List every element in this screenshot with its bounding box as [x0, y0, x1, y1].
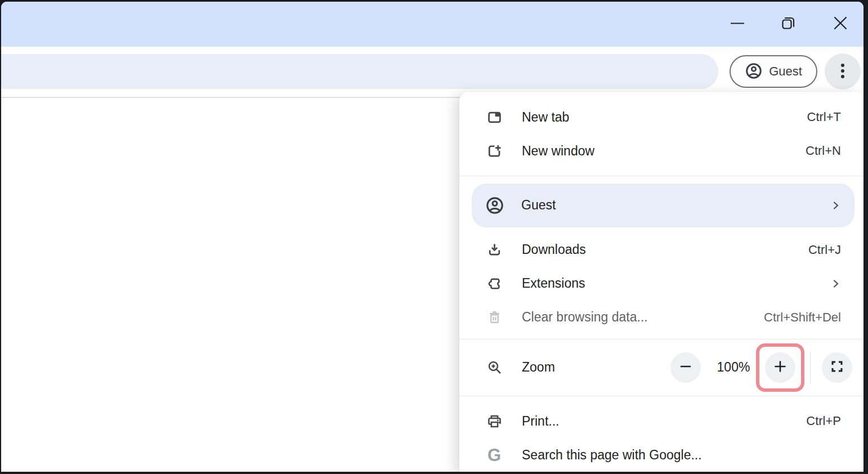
titlebar: [1, 2, 863, 47]
restore-icon: [780, 15, 796, 33]
profile-button[interactable]: Guest: [730, 55, 817, 88]
new-tab-icon: [486, 109, 502, 125]
menu-item-label: Downloads: [522, 242, 586, 257]
menu-item-label: Extensions: [522, 276, 585, 291]
menu-item-label: Clear browsing data...: [522, 310, 648, 325]
minus-icon: [679, 360, 692, 374]
menu-item-label: Print...: [522, 414, 559, 429]
close-icon: [833, 15, 848, 33]
menu-item-guest-profile[interactable]: Guest: [472, 184, 854, 227]
download-icon: [486, 242, 502, 258]
menu-item-search-with-google[interactable]: G Search this page with Google...: [459, 438, 863, 472]
menu-item-shortcut: Ctrl+P: [806, 414, 841, 428]
minimize-icon: [730, 15, 745, 33]
zoom-magnifier-icon: [486, 360, 502, 375]
fullscreen-button[interactable]: [822, 352, 852, 383]
browser-menu: New tab Ctrl+T New window Ctrl+N: [459, 92, 863, 472]
menu-item-downloads[interactable]: Downloads Ctrl+J: [459, 233, 863, 267]
three-dot-menu-icon: [834, 62, 852, 82]
toolbar: Guest: [1, 47, 863, 97]
menu-item-label: New tab: [522, 110, 569, 125]
fullscreen-icon: [830, 360, 844, 375]
menu-item-new-tab[interactable]: New tab Ctrl+T: [459, 100, 863, 134]
close-button[interactable]: [828, 11, 853, 36]
restore-button[interactable]: [776, 11, 800, 36]
zoom-in-button[interactable]: [765, 352, 795, 383]
zoom-level: 100%: [702, 360, 765, 375]
menu-item-label: Search this page with Google...: [522, 448, 702, 463]
menu-item-zoom: Zoom 100%: [459, 339, 863, 396]
google-g-icon: G: [486, 447, 502, 463]
browser-window: Guest New tab Ctrl+T: [1, 2, 863, 472]
menu-item-shortcut: Ctrl+J: [808, 243, 841, 257]
address-bar[interactable]: [1, 54, 718, 89]
chevron-right-icon: [831, 200, 841, 211]
menu-item-label: Guest: [521, 198, 556, 213]
guest-avatar-icon: [745, 62, 763, 82]
menu-item-print[interactable]: Print... Ctrl+P: [459, 404, 863, 438]
menu-item-clear-browsing-data[interactable]: Clear browsing data... Ctrl+Shift+Del: [459, 301, 863, 334]
menu-item-label: Zoom: [522, 360, 555, 375]
trash-icon: [486, 310, 502, 325]
chevron-right-icon: [831, 279, 841, 289]
menu-item-label: New window: [522, 144, 594, 159]
extensions-puzzle-icon: [486, 276, 502, 292]
zoom-out-button[interactable]: [670, 352, 701, 383]
menu-item-shortcut: Ctrl+T: [807, 110, 842, 124]
menu-item-shortcut: Ctrl+Shift+Del: [764, 310, 841, 325]
menu-item-extensions[interactable]: Extensions: [459, 267, 863, 301]
plus-icon: [773, 360, 787, 375]
guest-avatar-icon: [485, 196, 504, 215]
menu-button[interactable]: [825, 53, 861, 90]
printer-icon: [486, 413, 502, 429]
menu-item-new-window[interactable]: New window Ctrl+N: [459, 134, 863, 168]
new-window-icon: [486, 143, 502, 159]
profile-button-label: Guest: [769, 64, 802, 79]
minimize-button[interactable]: [725, 11, 750, 36]
zoom-controls-divider: [810, 351, 811, 384]
menu-item-shortcut: Ctrl+N: [806, 144, 841, 158]
